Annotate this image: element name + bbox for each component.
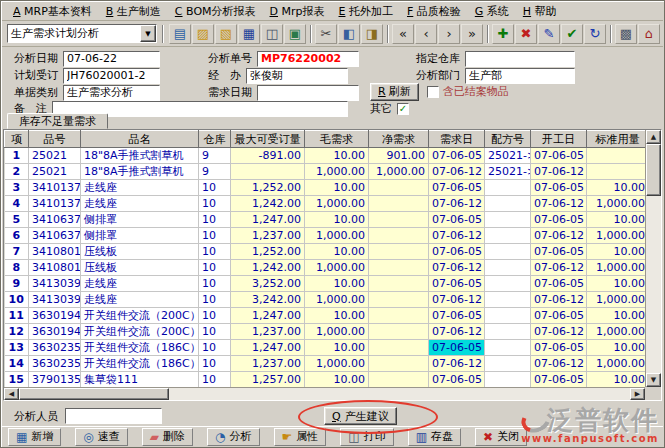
- close-button[interactable]: ✖关闭: [475, 428, 527, 446]
- preview-icon[interactable]: ▣: [284, 24, 306, 44]
- cell[interactable]: 25021->: [485, 148, 531, 164]
- menu-item-G[interactable]: G 系统: [468, 2, 516, 21]
- column-header[interactable]: 配方号: [485, 131, 531, 148]
- cell[interactable]: 07-06-12: [429, 164, 485, 180]
- column-header[interactable]: 需求日: [429, 131, 485, 148]
- properties-button[interactable]: ☛属性: [274, 428, 327, 446]
- cell[interactable]: [231, 164, 305, 180]
- new-doc-icon[interactable]: ▤: [169, 24, 191, 44]
- add-record-icon[interactable]: ✚: [492, 24, 514, 44]
- vertical-scrollbar[interactable]: ▲ ▼: [645, 130, 661, 387]
- cell[interactable]: 10.00: [587, 372, 649, 388]
- cell[interactable]: 07-06-05: [429, 148, 485, 164]
- tab-shortage-demand[interactable]: 库存不足量需求: [7, 113, 108, 129]
- cell[interactable]: 07-06-05: [531, 340, 587, 356]
- cell[interactable]: 07-06-05: [531, 148, 587, 164]
- cell[interactable]: 10.00: [305, 276, 369, 292]
- scroll-down-icon[interactable]: ▼: [646, 373, 661, 387]
- cell[interactable]: 3413039: [29, 276, 81, 292]
- cell[interactable]: 3410801: [29, 244, 81, 260]
- demand-date-input[interactable]: [257, 85, 359, 101]
- cell[interactable]: 07-06-12: [429, 228, 485, 244]
- cell[interactable]: 1,000.00: [587, 324, 649, 340]
- cell[interactable]: 1,000.00: [305, 356, 369, 372]
- cell[interactable]: 1,252.00: [231, 244, 305, 260]
- cell[interactable]: 3410137: [29, 180, 81, 196]
- save-button[interactable]: ▥存盘: [408, 428, 461, 446]
- cell[interactable]: 10.00: [305, 308, 369, 324]
- cell[interactable]: 1,000.00: [587, 356, 649, 372]
- cell[interactable]: 07-06-12: [531, 196, 587, 212]
- scroll-right-icon[interactable]: ▶: [630, 388, 645, 400]
- column-header[interactable]: 最大可受订量: [231, 131, 305, 148]
- cell[interactable]: 10.00: [305, 212, 369, 228]
- cell[interactable]: 7: [5, 244, 29, 260]
- cell[interactable]: 3630194: [29, 324, 81, 340]
- analysis-no-input[interactable]: [257, 51, 359, 67]
- cell[interactable]: 3410137: [29, 196, 81, 212]
- cell[interactable]: 25021: [29, 148, 81, 164]
- target-warehouse-input[interactable]: [465, 51, 575, 67]
- cell[interactable]: 3630235-2: [29, 356, 81, 372]
- cell[interactable]: [485, 260, 531, 276]
- calculator-icon[interactable]: ▩: [615, 24, 637, 44]
- cell[interactable]: 18"8A手推式割草机: [81, 148, 199, 164]
- cell[interactable]: 07-06-12: [531, 164, 587, 180]
- cell[interactable]: [485, 244, 531, 260]
- generate-suggestion-button[interactable]: Q产生建议: [324, 407, 397, 425]
- cell[interactable]: 10: [199, 212, 231, 228]
- cell[interactable]: 07-06-05: [429, 372, 485, 388]
- analysis-date-input[interactable]: [63, 51, 160, 67]
- cell[interactable]: 走线座: [81, 196, 199, 212]
- cell[interactable]: 10: [199, 324, 231, 340]
- cell[interactable]: [485, 228, 531, 244]
- cell[interactable]: 3630235-2: [29, 340, 81, 356]
- cell[interactable]: 开关组件交流（200C）: [81, 308, 199, 324]
- cell[interactable]: 10.00: [587, 244, 649, 260]
- cell[interactable]: 2: [5, 164, 29, 180]
- cell[interactable]: [369, 228, 429, 244]
- cell[interactable]: 3630194: [29, 308, 81, 324]
- cell[interactable]: 3,252.00: [231, 276, 305, 292]
- include-closed-checkbox[interactable]: [427, 86, 439, 98]
- cell[interactable]: 8: [5, 260, 29, 276]
- analyze-button[interactable]: ◔分析: [207, 428, 259, 446]
- cell[interactable]: 07-06-05: [429, 276, 485, 292]
- cell[interactable]: 1,000.00: [305, 260, 369, 276]
- cell[interactable]: [485, 292, 531, 308]
- cell[interactable]: 开关组件交流（186C）11: [81, 340, 199, 356]
- cell[interactable]: 1,000.00: [305, 228, 369, 244]
- cell[interactable]: 11: [5, 308, 29, 324]
- cell[interactable]: 1,247.00: [231, 308, 305, 324]
- cell[interactable]: 07-06-12: [429, 356, 485, 372]
- cell[interactable]: 10.00: [305, 244, 369, 260]
- handler-input[interactable]: [246, 68, 348, 84]
- cell[interactable]: 07-06-12: [531, 228, 587, 244]
- cell[interactable]: [369, 212, 429, 228]
- cell[interactable]: 10.00: [305, 180, 369, 196]
- cell[interactable]: 3410801: [29, 260, 81, 276]
- cell[interactable]: 3410637: [29, 212, 81, 228]
- delete-button[interactable]: ▰删除: [142, 428, 193, 446]
- cell[interactable]: 10: [5, 292, 29, 308]
- cell[interactable]: [587, 164, 649, 180]
- cell[interactable]: 1,000.00: [369, 164, 429, 180]
- cell[interactable]: [485, 276, 531, 292]
- cell[interactable]: 14: [5, 356, 29, 372]
- cell[interactable]: 10: [199, 180, 231, 196]
- cell[interactable]: 07-06-12: [429, 324, 485, 340]
- delete-record-icon[interactable]: ✖: [515, 24, 537, 44]
- horizontal-scrollbar[interactable]: ◀ ▶: [4, 387, 645, 400]
- analyst-input[interactable]: [65, 408, 162, 424]
- cell[interactable]: [369, 308, 429, 324]
- cell[interactable]: 10.00: [587, 340, 649, 356]
- cell[interactable]: [485, 356, 531, 372]
- cell[interactable]: 1,237.00: [231, 356, 305, 372]
- cell[interactable]: 07-06-12: [531, 292, 587, 308]
- cell[interactable]: [369, 260, 429, 276]
- cell[interactable]: [485, 324, 531, 340]
- cell[interactable]: 07-06-12: [429, 292, 485, 308]
- cell[interactable]: 25021->: [485, 164, 531, 180]
- cell[interactable]: [369, 276, 429, 292]
- cell[interactable]: [485, 196, 531, 212]
